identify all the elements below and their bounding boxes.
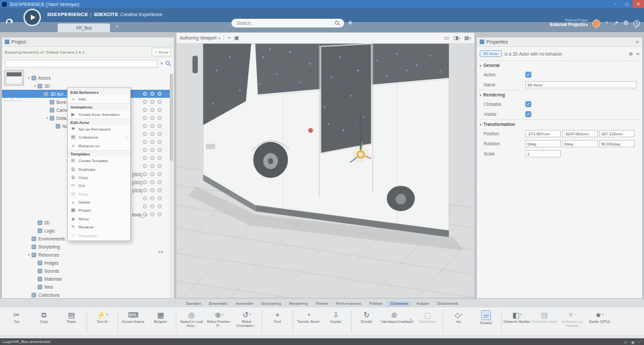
add-tab-button[interactable]: + (115, 24, 119, 29)
row-action-dot-icon[interactable] (143, 100, 147, 104)
active-checkbox[interactable]: ✓ (525, 72, 531, 78)
grid-display-icon[interactable]: ▦▾ (464, 36, 471, 41)
visible-checkbox[interactable]: ✓ (525, 111, 531, 117)
row-action-dot-icon[interactable] (143, 116, 147, 120)
compass-play-button[interactable] (23, 9, 41, 26)
row-action-eye-icon[interactable] (150, 132, 154, 136)
row-action-dot-icon[interactable] (143, 172, 147, 176)
row-action-eye-icon[interactable] (150, 108, 154, 112)
context-menu-item[interactable]: ▤Collections› (68, 133, 130, 141)
row-action-edit-icon[interactable] (158, 100, 162, 104)
ribbon-tab[interactable]: Dokümantik (433, 301, 462, 307)
filter-input[interactable] (5, 60, 158, 68)
row-action-dot-icon[interactable] (143, 124, 147, 128)
rotation-y-input[interactable] (562, 140, 598, 147)
settings-gear-icon[interactable]: ⚙ (623, 20, 629, 26)
tree-row[interactable]: Images (2, 259, 170, 267)
row-action-dot-icon[interactable] (143, 196, 147, 200)
row-action-eye-icon[interactable] (150, 124, 154, 128)
row-action-dot-icon[interactable] (143, 132, 147, 136)
toolbar-button[interactable]: ★▾Stellar (GPU) (586, 309, 613, 324)
ribbon-tab[interactable]: Performances (333, 301, 364, 307)
row-action-eye-icon[interactable] (150, 148, 154, 152)
row-action-edit-icon[interactable] (158, 140, 162, 144)
row-action-eye-icon[interactable] (150, 100, 154, 104)
row-action-edit-icon[interactable] (158, 108, 162, 112)
toolbar-button[interactable]: ↻Döndür (353, 309, 380, 324)
search-icon[interactable] (335, 21, 340, 26)
row-action-eye-icon[interactable] (150, 172, 154, 176)
row-action-edit-icon[interactable] (158, 156, 162, 160)
position-y-input[interactable] (562, 130, 598, 137)
tree-scrollbar-thumb[interactable] (170, 74, 173, 161)
row-action-edit-icon[interactable] (158, 180, 162, 184)
section-rendering[interactable]: ▾ Rendering (477, 90, 642, 99)
expander-icon[interactable]: ▾ (44, 116, 50, 120)
row-action-eye-icon[interactable] (150, 116, 154, 120)
row-action-eye-icon[interactable] (150, 188, 154, 192)
toolbar-button[interactable]: ⊕▾Robot Position: P... (205, 309, 233, 328)
tree-row[interactable]: Web (2, 283, 170, 291)
context-menu-item[interactable]: ▶Create Actor Animation (68, 110, 130, 118)
row-action-eye-icon[interactable] (150, 196, 154, 200)
row-action-edit-icon[interactable] (158, 92, 162, 96)
row-action-dot-icon[interactable] (143, 204, 147, 208)
row-action-edit-icon[interactable] (158, 212, 162, 216)
context-menu-item[interactable]: ▦Project (68, 206, 130, 214)
toolbar-button[interactable]: ⌨Konsol Arama (119, 309, 147, 324)
row-action-dot-icon[interactable] (143, 180, 147, 184)
row-action-eye-icon[interactable] (150, 212, 154, 216)
panels-icon[interactable]: ▣ (631, 340, 635, 344)
expander-icon[interactable]: ▾ (26, 76, 32, 80)
toolbar-button[interactable]: ◔Temizle Süreli (294, 309, 322, 324)
filter-search-icon[interactable] (166, 61, 171, 66)
row-action-edit-icon[interactable] (158, 148, 162, 152)
toolbar-button[interactable]: ⚡▾Gen AI (89, 309, 116, 324)
search-input[interactable] (235, 20, 335, 26)
rotation-x-input[interactable] (525, 140, 561, 147)
toolbar-button[interactable]: ▦Belgeler (147, 309, 174, 324)
row-action-edit-icon[interactable] (158, 196, 162, 200)
context-menu-item[interactable]: ✎Rename (68, 223, 130, 231)
context-menu-item[interactable]: ✂Cut (68, 182, 130, 190)
row-action-edit-icon[interactable] (158, 172, 162, 176)
expander-icon[interactable]: ▾ (26, 253, 32, 257)
done-button[interactable]: ✓ Done (152, 48, 171, 56)
context-menu-item[interactable]: ⚑Set as Permanent (68, 125, 130, 133)
rotation-z-input[interactable] (599, 140, 635, 147)
avatar[interactable] (592, 19, 600, 27)
context-menu-item[interactable]: ⌖Reframe on (68, 142, 130, 150)
toolbar-button[interactable]: ⇩Kaydet (322, 309, 350, 324)
toolbar-overflow-icon[interactable]: » (408, 309, 414, 321)
context-menu-item[interactable]: ⧉Copy (68, 174, 130, 182)
toolbar-button[interactable]: ◧▾Gösterim Modları (503, 309, 531, 324)
name-input[interactable] (525, 81, 637, 88)
minimize-button[interactable]: – (610, 0, 621, 8)
add-content-icon[interactable]: + (605, 20, 608, 26)
viewport-selector[interactable]: Authoring Viewport ▾ (180, 36, 220, 40)
row-action-eye-icon[interactable] (150, 92, 154, 96)
fullscreen-icon[interactable]: ⤢ (638, 340, 641, 344)
toolbar-button[interactable]: ✂Cut (3, 309, 30, 324)
toolbar-button[interactable]: ⧉Copy (30, 309, 58, 324)
tree-row[interactable]: ▾Resources (2, 251, 170, 259)
section-general[interactable]: ▾ General (477, 60, 642, 70)
clickable-checkbox[interactable]: ✓ (525, 101, 531, 107)
row-action-dot-icon[interactable] (143, 164, 147, 168)
ribbon-tab[interactable]: Gösterim (387, 301, 411, 307)
ribbon-tab[interactable]: Rendering (286, 301, 311, 307)
filter-funnel-icon[interactable]: ▼ (160, 62, 164, 66)
reframe-target-icon[interactable]: ⌖▾ (158, 249, 163, 256)
3d-canvas[interactable] (176, 44, 474, 298)
row-action-dot-icon[interactable] (143, 92, 147, 96)
tree-row[interactable]: Materials (2, 275, 170, 283)
add-behavior-icon[interactable]: ⊕ (629, 51, 633, 57)
scale-input[interactable] (525, 150, 561, 157)
ribbon-tab[interactable]: Standart (182, 301, 205, 307)
close-button[interactable]: ✕ (633, 0, 644, 8)
row-action-edit-icon[interactable] (158, 188, 162, 192)
project-selector[interactable]: Preferred Project External Projects▾ (549, 19, 588, 27)
toolbar-button[interactable]: ⊚Yakınlaştır/Uzaklaştır (380, 309, 408, 324)
row-action-dot-icon[interactable] (143, 188, 147, 192)
row-action-eye-icon[interactable] (150, 204, 154, 208)
